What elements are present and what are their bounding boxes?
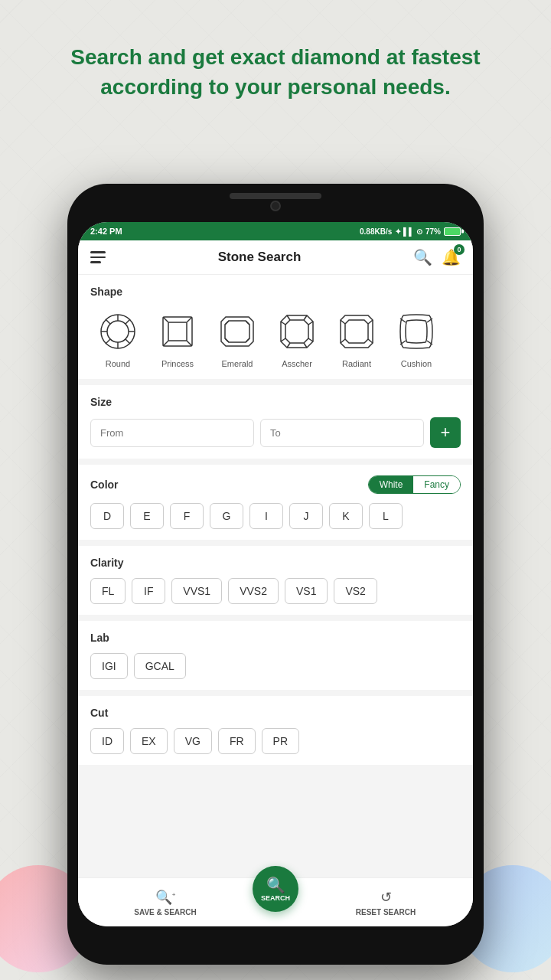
color-header: Color White Fancy bbox=[90, 475, 461, 494]
phone-frame: 2:42 PM 0.88KB/s ✦ ▌▌ ⊙ 77% Stone Search… bbox=[67, 184, 484, 965]
color-option-G[interactable]: G bbox=[210, 503, 243, 529]
svg-line-18 bbox=[225, 338, 229, 342]
clarity-options: FL IF VVS1 VVS2 VS1 VS2 bbox=[90, 578, 461, 604]
shape-princess[interactable]: Princess bbox=[150, 307, 205, 368]
cut-option-PR[interactable]: PR bbox=[262, 728, 299, 754]
color-option-D[interactable]: D bbox=[90, 503, 124, 529]
clarity-option-VVS2[interactable]: VVS2 bbox=[228, 578, 279, 604]
shape-section-title: Shape bbox=[90, 286, 461, 298]
lab-option-IGI[interactable]: IGI bbox=[90, 653, 128, 679]
asscher-label: Asscher bbox=[282, 359, 312, 368]
size-row: + bbox=[90, 417, 461, 448]
svg-line-17 bbox=[246, 321, 249, 325]
phone-screen: 2:42 PM 0.88KB/s ✦ ▌▌ ⊙ 77% Stone Search… bbox=[78, 222, 473, 926]
emerald-label: Emerald bbox=[222, 359, 253, 368]
svg-line-25 bbox=[304, 315, 307, 320]
color-option-K[interactable]: K bbox=[329, 503, 363, 529]
search-icon[interactable]: 🔍 bbox=[413, 248, 432, 266]
clarity-section: Clarity FL IF VVS1 VVS2 VS1 VS2 bbox=[78, 546, 473, 615]
lab-section: Lab IGI GCAL bbox=[78, 621, 473, 690]
shape-section: Shape bbox=[78, 275, 473, 379]
color-option-I[interactable]: I bbox=[249, 503, 283, 529]
shape-emerald[interactable]: Emerald bbox=[210, 307, 265, 368]
size-section-title: Size bbox=[90, 396, 461, 408]
svg-line-26 bbox=[287, 343, 290, 348]
notification-bell[interactable]: 🔔 0 bbox=[442, 248, 461, 266]
status-right: 0.88KB/s ✦ ▌▌ ⊙ 77% bbox=[360, 227, 461, 236]
clarity-option-VVS1[interactable]: VVS1 bbox=[171, 578, 222, 604]
reset-search-label: RESET SEARCH bbox=[356, 908, 416, 916]
cushion-shape-icon bbox=[392, 307, 441, 356]
color-toggle-group: White Fancy bbox=[368, 475, 461, 494]
color-option-L[interactable]: L bbox=[369, 503, 403, 529]
white-toggle[interactable]: White bbox=[369, 476, 414, 493]
hamburger-menu[interactable] bbox=[90, 251, 106, 263]
clarity-option-VS2[interactable]: VS2 bbox=[334, 578, 377, 604]
signal-icons: ✦ ▌▌ ⊙ bbox=[395, 227, 422, 236]
svg-line-27 bbox=[304, 343, 307, 348]
cut-section: Cut ID EX VG FR PR bbox=[78, 696, 473, 765]
bottom-nav: 🔍+ SAVE & SEARCH 🔍 SEARCH ↺ RESET SEARCH bbox=[78, 877, 473, 926]
battery-icon bbox=[444, 227, 461, 236]
lab-options: IGI GCAL bbox=[90, 653, 461, 679]
shapes-row: Round bbox=[90, 307, 461, 368]
color-option-F[interactable]: F bbox=[170, 503, 204, 529]
svg-line-12 bbox=[163, 317, 168, 322]
notification-badge: 0 bbox=[454, 244, 465, 255]
shape-radiant[interactable]: Radiant bbox=[329, 307, 384, 368]
main-content: Shape bbox=[78, 275, 473, 906]
reset-search-button[interactable]: ↺ RESET SEARCH bbox=[298, 883, 473, 923]
color-option-E[interactable]: E bbox=[130, 503, 164, 529]
svg-line-15 bbox=[187, 341, 192, 346]
size-to-input[interactable] bbox=[260, 419, 424, 447]
svg-line-29 bbox=[368, 320, 373, 324]
svg-line-16 bbox=[225, 321, 229, 325]
svg-line-30 bbox=[341, 339, 345, 343]
color-option-J[interactable]: J bbox=[289, 503, 323, 529]
cut-options: ID EX VG FR PR bbox=[90, 728, 461, 754]
search-center-button[interactable]: 🔍 SEARCH bbox=[253, 866, 298, 912]
clarity-section-title: Clarity bbox=[90, 557, 461, 569]
svg-rect-11 bbox=[168, 322, 187, 341]
svg-line-14 bbox=[163, 341, 168, 346]
cut-option-EX[interactable]: EX bbox=[130, 728, 168, 754]
emerald-shape-icon bbox=[213, 307, 262, 356]
clarity-option-VS1[interactable]: VS1 bbox=[285, 578, 328, 604]
reset-search-icon: ↺ bbox=[380, 889, 392, 906]
battery-pct: 77% bbox=[425, 227, 441, 236]
color-section-title: Color bbox=[90, 479, 119, 491]
tagline: Search and get exact diamond at fastest … bbox=[0, 0, 551, 117]
network-speed: 0.88KB/s bbox=[360, 227, 392, 236]
svg-line-20 bbox=[281, 322, 285, 325]
lab-option-GCAL[interactable]: GCAL bbox=[134, 653, 186, 679]
svg-line-8 bbox=[126, 319, 130, 324]
shape-cushion[interactable]: Cushion bbox=[389, 307, 444, 368]
asscher-shape-icon bbox=[272, 307, 321, 356]
save-search-button[interactable]: 🔍+ SAVE & SEARCH bbox=[78, 883, 253, 923]
svg-line-7 bbox=[126, 339, 130, 344]
save-search-label: SAVE & SEARCH bbox=[134, 908, 197, 916]
page-title: Stone Search bbox=[218, 250, 302, 265]
svg-line-9 bbox=[106, 339, 110, 344]
princess-label: Princess bbox=[161, 359, 194, 368]
svg-line-22 bbox=[281, 338, 285, 341]
size-add-button[interactable]: + bbox=[430, 417, 461, 448]
clarity-option-FL[interactable]: FL bbox=[90, 578, 126, 604]
svg-line-13 bbox=[187, 317, 192, 322]
cut-option-FR[interactable]: FR bbox=[218, 728, 256, 754]
lab-section-title: Lab bbox=[90, 632, 461, 644]
shape-asscher[interactable]: Asscher bbox=[269, 307, 324, 368]
fancy-toggle[interactable]: Fancy bbox=[413, 476, 460, 493]
svg-line-6 bbox=[106, 319, 110, 324]
camera bbox=[270, 201, 281, 211]
svg-point-1 bbox=[107, 321, 129, 342]
clarity-option-IF[interactable]: IF bbox=[132, 578, 165, 604]
cut-option-VG[interactable]: VG bbox=[174, 728, 212, 754]
size-from-input[interactable] bbox=[90, 419, 254, 447]
status-bar: 2:42 PM 0.88KB/s ✦ ▌▌ ⊙ 77% bbox=[78, 222, 473, 240]
svg-line-19 bbox=[246, 338, 249, 342]
status-time: 2:42 PM bbox=[90, 227, 122, 236]
size-section: Size + bbox=[78, 385, 473, 459]
cut-option-ID[interactable]: ID bbox=[90, 728, 124, 754]
shape-round[interactable]: Round bbox=[90, 307, 145, 368]
